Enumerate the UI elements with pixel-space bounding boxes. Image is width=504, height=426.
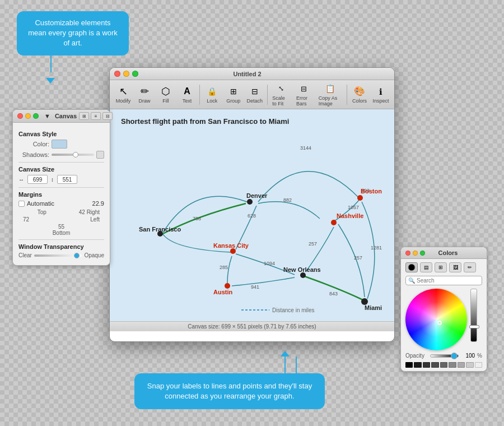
color-swatch[interactable] (52, 140, 67, 149)
shadows-label: Shadows: (18, 151, 49, 158)
color-mode-palette[interactable]: ⊞ (435, 262, 447, 272)
canvas-panel-title: Canvas (55, 113, 77, 119)
opacity-thumb (451, 353, 458, 359)
percent-sign: % (477, 353, 482, 359)
weight-kc-neworleans: 1094 (264, 261, 275, 266)
canvas-panel-header: ▼ Canvas ⊞ ≡ ⊟ (13, 110, 110, 123)
fill-label: Fill (162, 98, 169, 104)
swatch-lightgray[interactable] (466, 362, 473, 368)
opacity-label: Opacity (405, 353, 428, 359)
app-window: Untitled 2 ↖ Modify ✏ Draw ⬡ Fill A Text… (109, 67, 395, 342)
toolbar-group-btn[interactable]: ⊞ Group (223, 84, 244, 105)
colors-close-btn[interactable] (405, 251, 410, 256)
toolbar-detach-btn[interactable]: ⊟ Detach (245, 84, 265, 105)
speech-bubble-bottom-text: Snap your labels to lines and points and… (147, 382, 312, 400)
clear-label: Clear (18, 252, 32, 258)
edge-austin-neworleans (232, 277, 295, 286)
speech-bubble-top: Customizable elements mean every graph i… (17, 11, 129, 55)
toolbar: ↖ Modify ✏ Draw ⬡ Fill A Text 🔒 Lock ⊞ G… (110, 80, 394, 109)
colors-minimize-btn[interactable] (413, 251, 418, 256)
speech-bubble-arrow (46, 78, 55, 84)
group-icon: ⊞ (230, 85, 237, 98)
window-title: Untitled 2 (233, 71, 261, 77)
copyasimage-label: Copy As Image (319, 95, 342, 106)
fill-icon: ⬡ (161, 85, 170, 98)
toolbar-copyasimage-btn[interactable]: 📋 Copy As Image (316, 81, 344, 108)
inspect-label: Inspect (372, 98, 389, 104)
toolbar-modify-btn[interactable]: ↖ Modify (113, 84, 133, 105)
toolbar-colors-btn[interactable]: 🎨 Colors (349, 84, 370, 105)
shadows-slider[interactable] (52, 154, 94, 156)
colors-panel: Colors ▤ ⊞ 🖼 ✏ 🔍 (400, 247, 487, 372)
toolbar-lock-btn[interactable]: 🔒 Lock (202, 84, 222, 105)
brightness-slider[interactable] (470, 289, 477, 342)
height-input[interactable]: 551 (57, 175, 77, 184)
colors-zoom-btn[interactable] (420, 251, 425, 256)
node-nashville (331, 220, 337, 225)
swatch-gray2[interactable] (449, 362, 456, 368)
shadows-toggle[interactable] (96, 151, 104, 159)
modify-label: Modify (116, 98, 131, 104)
node-boston (357, 195, 363, 201)
swatch-gray1[interactable] (440, 362, 447, 368)
modify-icon: ↖ (119, 85, 128, 98)
divider-3 (18, 239, 104, 240)
color-mode-sliders[interactable]: ▤ (420, 262, 432, 272)
minimize-window-button[interactable] (123, 71, 129, 77)
close-button[interactable] (17, 113, 23, 119)
close-window-button[interactable] (114, 71, 120, 77)
lock-label: Lock (207, 98, 217, 104)
titlebar: Untitled 2 (110, 68, 394, 80)
panel-view-btn3[interactable]: ⊟ (102, 112, 113, 120)
toolbar-inspect-btn[interactable]: ℹ Inspect (371, 84, 391, 105)
toolbar-errorbars-btn[interactable]: ⊟ Error Bars (293, 81, 315, 108)
weight-denver-kc: 628 (248, 213, 256, 219)
divider-1 (18, 162, 104, 163)
transparency-slider[interactable] (34, 254, 82, 257)
colors-search-input[interactable] (417, 277, 488, 284)
opaque-label: Opaque (84, 252, 104, 258)
label-denver: Denver (246, 192, 268, 199)
toolbar-draw-btn[interactable]: ✏ Draw (134, 84, 155, 105)
color-mode-wheel[interactable] (405, 262, 418, 272)
color-mode-image[interactable]: 🖼 (449, 262, 461, 272)
left-value: 72 (23, 216, 29, 223)
label-kc: Kansas City (213, 242, 249, 249)
swatch-darkgray3[interactable] (431, 362, 438, 368)
color-mode-pencil[interactable]: ✏ (464, 262, 476, 272)
toolbar-text-btn[interactable]: A Text (177, 84, 197, 105)
toolbar-scaletofit-btn[interactable]: ⤡ Scale to Fit (269, 81, 292, 108)
statusbar: Canvas size: 699 × 551 pixels (9.71 by 7… (110, 321, 394, 331)
fullscreen-window-button[interactable] (132, 71, 138, 77)
swatch-nearwhite[interactable] (475, 362, 482, 368)
toolbar-sep-1 (199, 85, 200, 105)
status-text: Canvas size: 699 × 551 pixels (9.71 by 7… (188, 323, 316, 330)
weight-sf-denver: 798 (193, 216, 201, 221)
swatch-darkgray1[interactable] (414, 362, 421, 368)
lock-icon: 🔒 (207, 85, 217, 98)
toolbar-fill-btn[interactable]: ⬡ Fill (156, 84, 176, 105)
panel-view-btn1[interactable]: ⊞ (79, 112, 89, 120)
draw-label: Draw (138, 98, 150, 104)
canvas-size-section: Canvas Size (18, 166, 104, 173)
width-input[interactable]: 699 (27, 175, 48, 184)
node-neworleans (300, 272, 306, 278)
label-miami: Miami (365, 304, 382, 311)
zoom-button[interactable] (33, 113, 39, 119)
opacity-slider[interactable] (430, 354, 459, 358)
inspect-icon: ℹ (379, 85, 382, 98)
weight-boston-miami: 1281 (371, 245, 382, 251)
graph-svg: 798 3144 882 628 1057 1281 257 257 1094 … (110, 109, 395, 321)
color-wheel[interactable] (405, 289, 467, 350)
panel-view-btn2[interactable]: ≡ (91, 112, 101, 120)
toolbar-sep-3 (347, 85, 347, 105)
automatic-label: Automatic (27, 200, 54, 207)
canvas-panel-body: Canvas Style Color: Shadows: Canvas Size… (13, 123, 110, 265)
color-crosshair (437, 321, 442, 325)
minimize-button[interactable] (25, 113, 31, 119)
automatic-checkbox[interactable] (18, 201, 25, 207)
swatch-darkgray2[interactable] (423, 362, 430, 368)
swatch-black[interactable] (405, 362, 413, 368)
swatch-gray3[interactable] (458, 362, 465, 368)
node-denver (247, 199, 253, 205)
